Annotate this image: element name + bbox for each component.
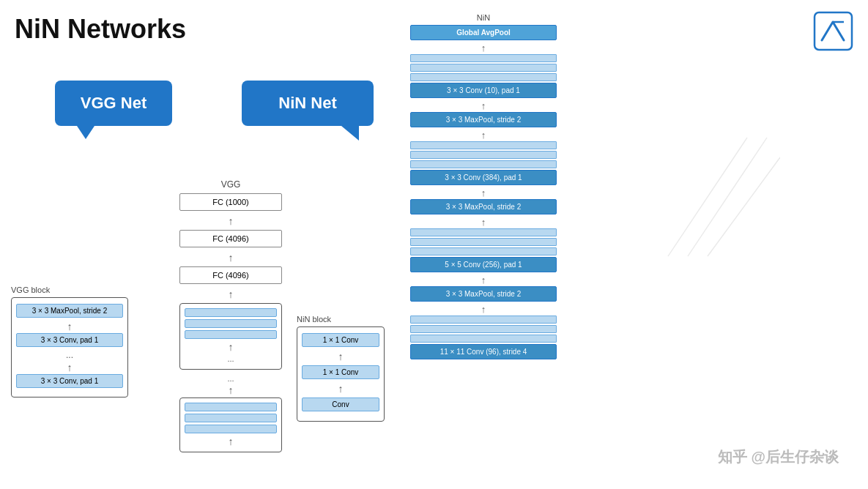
vgg-stack-row4 xyxy=(185,403,277,411)
nin-conv384: 3 × 3 Conv (384), pad 1 xyxy=(410,170,557,185)
nin-conv256: 5 × 5 Conv (256), pad 1 xyxy=(410,257,557,272)
nin-arrow-maxpool1: ↑ xyxy=(410,130,557,140)
vgg-block-conv2: 3 × 3 Conv, pad 1 xyxy=(16,374,123,388)
nin-row-conv1x1-b: 1 × 1 Conv xyxy=(302,365,379,379)
nin-arrow-conv384: ↑ xyxy=(410,188,557,198)
nin-arrow-global: ↑ xyxy=(410,43,557,53)
page-title: NiN Networks xyxy=(15,14,186,45)
watermark: 知乎 @后生仔杂谈 xyxy=(718,447,839,467)
vgg-block: VGG block 3 × 3 MaxPool, stride 2 ↑ 3 × … xyxy=(11,285,128,397)
nin-plain-2c xyxy=(410,160,557,168)
vgg-bottom-arrow: ↑ xyxy=(179,384,282,396)
nin-conv96: 11 × 11 Conv (96), stride 4 xyxy=(410,344,557,359)
nin-row-conv: Conv xyxy=(302,397,379,411)
nin-network-label: NiN xyxy=(410,13,557,22)
vgg-stack-row2 xyxy=(185,319,277,328)
nin-arrow1: ↑ xyxy=(302,351,379,363)
nin-arrow-conv10: ↑ xyxy=(410,101,557,111)
nin-plain-3a xyxy=(410,228,557,236)
vgg-stack-row6 xyxy=(185,425,277,433)
nin-plain-3c xyxy=(410,247,557,255)
nin-row-conv1x1-a: 1 × 1 Conv xyxy=(302,333,379,347)
vgg-stack-arrow2: ↑ xyxy=(185,436,277,447)
svg-rect-0 xyxy=(815,12,852,50)
vgg-block-dots: ... xyxy=(16,350,123,360)
vgg-block-box: 3 × 3 MaxPool, stride 2 ↑ 3 × 3 Conv, pa… xyxy=(11,297,128,397)
nin-plain-4b xyxy=(410,325,557,333)
nin-plain-3b xyxy=(410,238,557,246)
vgg-block-conv1: 3 × 3 Conv, pad 1 xyxy=(16,333,123,347)
nin-block: NiN block 1 × 1 Conv ↑ 1 × 1 Conv ↑ Conv xyxy=(297,315,385,422)
nin-arrow-conv256: ↑ xyxy=(410,275,557,285)
vgg-bubble: VGG Net xyxy=(55,81,172,126)
vgg-fc-4096b: FC (4096) xyxy=(179,266,282,284)
nin-plain-2a xyxy=(410,141,557,149)
vgg-fc-1000: FC (1000) xyxy=(179,193,282,211)
nin-plain-4a xyxy=(410,316,557,324)
vgg-block-label: VGG block xyxy=(11,285,128,294)
nin-global-avgpool: Global AvgPool xyxy=(410,25,557,40)
vgg-arrow-fc2: ↑ xyxy=(179,252,282,264)
vgg-stack-row3 xyxy=(185,330,277,339)
nin-plain-2b xyxy=(410,151,557,159)
nin-plain-1a xyxy=(410,54,557,62)
vgg-stack-1: ↑ ... xyxy=(179,303,282,370)
vgg-stack-row1 xyxy=(185,308,277,317)
svg-line-2 xyxy=(668,138,747,256)
nin-arrow-maxpool3: ↑ xyxy=(410,305,557,314)
vgg-network-label: VGG xyxy=(179,179,282,190)
vgg-stack-dots1: ... xyxy=(185,354,277,363)
vgg-block-maxpool: 3 × 3 MaxPool, stride 2 xyxy=(16,304,123,318)
vgg-stack-row5 xyxy=(185,414,277,422)
nin-plain-4c xyxy=(410,335,557,343)
vgg-fc-4096a: FC (4096) xyxy=(179,230,282,247)
vgg-arrow-stack1: ↑ xyxy=(179,288,282,300)
svg-line-3 xyxy=(688,138,767,256)
vgg-network: VGG FC (1000) ↑ FC (4096) ↑ FC (4096) ↑ … xyxy=(179,179,282,457)
nin-maxpool2: 3 × 3 MaxPool, stride 2 xyxy=(410,199,557,214)
svg-line-4 xyxy=(708,157,780,256)
vgg-stack-arrow1: ↑ xyxy=(185,341,277,353)
nin-maxpool1: 3 × 3 MaxPool, stride 2 xyxy=(410,112,557,127)
nin-bubble: NiN Net xyxy=(242,81,374,126)
nin-arrow-maxpool2: ↑ xyxy=(410,217,557,227)
decoration-lines xyxy=(648,110,780,271)
vgg-stack-dots2: ... xyxy=(179,374,282,383)
nin-plain-1c xyxy=(410,73,557,81)
vgg-stack-2: ↑ xyxy=(179,397,282,452)
nin-arrow2: ↑ xyxy=(302,383,379,395)
vgg-block-arrow2: ↑ xyxy=(16,362,123,374)
vgg-block-arrow1: ↑ xyxy=(16,321,123,333)
nin-conv10: 3 × 3 Conv (10), pad 1 xyxy=(410,83,557,98)
logo xyxy=(813,11,853,51)
nin-network: NiN Global AvgPool ↑ 3 × 3 Conv (10), pa… xyxy=(410,13,557,362)
nin-plain-1b xyxy=(410,64,557,72)
nin-block-box: 1 × 1 Conv ↑ 1 × 1 Conv ↑ Conv xyxy=(297,326,385,422)
nin-block-label: NiN block xyxy=(297,315,385,324)
nin-maxpool3: 3 × 3 MaxPool, stride 2 xyxy=(410,286,557,302)
vgg-arrow-fc1: ↑ xyxy=(179,215,282,227)
